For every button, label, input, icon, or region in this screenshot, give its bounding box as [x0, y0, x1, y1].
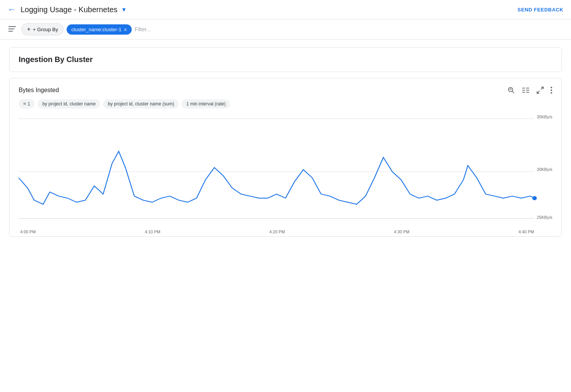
filter-input[interactable] [135, 26, 565, 32]
svg-line-13 [537, 91, 539, 93]
chart-svg [19, 115, 552, 229]
chart-actions [507, 86, 552, 94]
x-label-3: 4:20 PM [270, 229, 285, 234]
group-by-chip-1-label: by project id, cluster name [42, 101, 96, 107]
svg-rect-2 [8, 31, 13, 32]
page-title: Logging Usage - Kubernetes [21, 5, 118, 14]
svg-rect-0 [8, 26, 16, 27]
send-feedback-button[interactable]: SEND FEEDBACK [518, 7, 563, 13]
interval-chip-label: 1 min interval (rate) [186, 101, 225, 107]
zoom-reset-icon[interactable] [507, 86, 515, 94]
filter-chip-icon: ≡ [23, 101, 26, 107]
chip-close-button[interactable]: × [124, 27, 127, 32]
cluster-chip: cluster_name:cluster-1 × [67, 24, 131, 35]
filter-count: 1 [28, 101, 30, 107]
chart-card: Bytes Ingested [9, 78, 562, 237]
group-by-button[interactable]: + + Group By [21, 23, 64, 35]
section-title: Ingestion By Cluster [19, 55, 93, 64]
chart-header: Bytes Ingested [19, 86, 552, 94]
svg-point-3 [509, 88, 513, 92]
group-by-chip-2[interactable]: by project id, cluster name (sum) [103, 99, 179, 108]
y-label-bot: 25KBy/s [537, 215, 552, 220]
chart-filter-chips: ≡ 1 by project id, cluster name by proje… [19, 99, 552, 108]
x-label-4: 4:30 PM [394, 229, 410, 234]
svg-point-15 [551, 89, 552, 91]
main-content: Ingestion By Cluster Bytes Ingested [0, 40, 571, 244]
y-label-mid: 30KBy/s [537, 167, 552, 172]
chip-label: cluster_name:cluster-1 [71, 27, 121, 32]
svg-line-4 [512, 91, 514, 93]
chart-end-dot [532, 196, 537, 200]
header: ← Logging Usage - Kubernetes ▾ SEND FEED… [0, 0, 571, 19]
interval-chip[interactable]: 1 min interval (rate) [182, 99, 230, 108]
legend-icon[interactable] [522, 86, 530, 94]
svg-line-12 [541, 87, 543, 89]
section-title-card: Ingestion By Cluster [9, 47, 562, 72]
svg-point-16 [551, 92, 552, 94]
svg-rect-1 [8, 29, 14, 29]
x-label-5: 4:40 PM [518, 229, 534, 234]
x-labels: 4:00 PM 4:10 PM 4:20 PM 4:30 PM 4:40 PM [19, 229, 552, 234]
group-by-chip-2-label: by project id, cluster name (sum) [108, 101, 174, 107]
filter-lines-icon [8, 26, 16, 32]
more-options-icon[interactable] [550, 86, 552, 94]
svg-point-14 [551, 87, 552, 88]
x-label-2: 4:10 PM [145, 229, 160, 234]
group-by-label: + Group By [33, 27, 58, 32]
title-dropdown-icon[interactable]: ▾ [122, 5, 126, 14]
fullscreen-icon[interactable] [536, 86, 544, 94]
filter-icon-button[interactable] [6, 23, 18, 35]
y-label-top: 35KBy/s [537, 115, 552, 119]
group-by-chip-1[interactable]: by project id, cluster name [38, 99, 100, 108]
filter-count-chip[interactable]: ≡ 1 [19, 99, 35, 108]
plus-icon: + [27, 26, 30, 33]
chart-title: Bytes Ingested [19, 87, 59, 94]
x-label-1: 4:00 PM [20, 229, 36, 234]
chart-area: 35KBy/s 30KBy/s 25KBy/s 4:00 PM 4:10 PM … [19, 115, 552, 229]
filter-bar: + + Group By cluster_name:cluster-1 × [0, 19, 571, 40]
back-button[interactable]: ← [8, 5, 16, 14]
